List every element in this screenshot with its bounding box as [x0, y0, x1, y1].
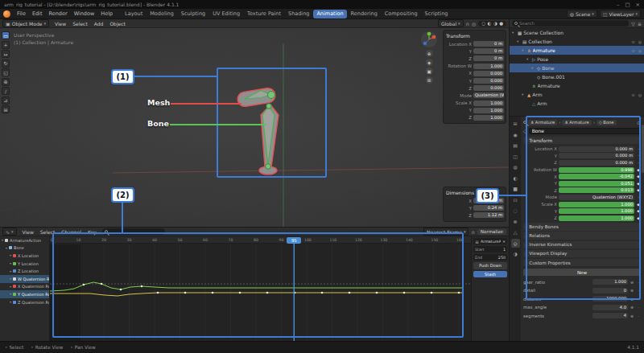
field-value[interactable]: 0.24 m	[473, 205, 504, 211]
tab-render[interactable]: ◉	[511, 130, 520, 139]
tab-object[interactable]: ■	[511, 184, 520, 193]
field-value[interactable]: 1.000	[473, 101, 504, 106]
eye-icon[interactable]: ⊙	[631, 92, 634, 97]
maximize-button[interactable]: □	[625, 2, 630, 8]
normalize-button[interactable]: Normalize	[477, 229, 506, 235]
viewport-menu-object[interactable]: Object	[106, 20, 129, 27]
outliner-row-armature[interactable]: ⋔Armature	[510, 81, 644, 90]
tab-modifiers[interactable]: ⊡	[511, 195, 520, 204]
field-value[interactable]: 1.000	[473, 115, 504, 121]
camera-visibility-icon[interactable]: ◎	[638, 92, 642, 97]
editor-type-selector[interactable]: ∿ ▾	[2, 228, 17, 236]
cursor-tool[interactable]: +	[2, 41, 10, 49]
view-layer-selector[interactable]: ◫ ViewLayer ▾	[600, 10, 641, 18]
channel-x-quaternion-rotation[interactable]: ▾X Quaternion Rotation	[0, 283, 49, 291]
move-tool[interactable]: ↔	[2, 50, 10, 58]
field-value[interactable]: 1.12 m	[473, 212, 504, 218]
push-down-button[interactable]: Push Down	[473, 262, 507, 269]
orientation-selector[interactable]: Global ▾	[438, 19, 464, 27]
solid-shading-icon[interactable]: ◐	[488, 21, 492, 26]
camera-view-icon[interactable]: ▣	[426, 68, 433, 75]
channel-y-location[interactable]: ▾Y Location	[0, 260, 49, 268]
transform-panel-title[interactable]: Transform	[446, 33, 504, 39]
frame-end-field[interactable]: End 250	[473, 254, 507, 261]
snap-magnet-icon[interactable]: ∩	[466, 21, 469, 27]
field-value[interactable]: 0.000	[473, 85, 504, 91]
zoom-icon[interactable]: ⊕	[426, 50, 433, 57]
channel-z-quaternion-rotation[interactable]: ▾Z Quaternion Rotation	[0, 298, 49, 306]
workspace-tab-compositing[interactable]: Compositing	[382, 10, 421, 18]
wireframe-shading-icon[interactable]: ○	[481, 21, 485, 26]
outliner-row-scene-collection[interactable]: ▾▦Scene Collection	[510, 28, 644, 37]
annotate-tool[interactable]: ∕	[2, 87, 10, 95]
field-value[interactable]: 1.000	[473, 108, 504, 113]
action-name-field[interactable]: ≡ ArmatureAction ×	[473, 238, 507, 244]
outliner-search[interactable]	[512, 20, 629, 27]
field-value[interactable]: 0 m	[473, 55, 504, 61]
close-button[interactable]: ×	[636, 2, 640, 8]
channel-w-quaternion-rotation[interactable]: ▾W Quaternion Rotation	[0, 275, 49, 283]
menu-help[interactable]: Help	[97, 10, 116, 18]
tab-view-layer[interactable]: ◫	[511, 152, 520, 161]
field-value[interactable]: 0 m	[473, 48, 504, 54]
workspace-tab-sculpting[interactable]: Sculpting	[178, 10, 208, 18]
tab-scene[interactable]: ◍	[511, 162, 520, 171]
eye-icon[interactable]: ⊙	[631, 39, 634, 44]
grid-icon[interactable]: ⊞	[426, 76, 433, 84]
tab-physics[interactable]: ◌	[511, 206, 520, 215]
tab-bone[interactable]: ◇	[511, 239, 520, 248]
menu-file[interactable]: File	[14, 10, 29, 18]
workspace-tab-modeling[interactable]: Modeling	[147, 10, 177, 18]
tab-output[interactable]: ▤	[511, 141, 520, 150]
viewport-menu-view[interactable]: View	[52, 20, 69, 27]
outliner-row-bone-001[interactable]: ◇Bone.001	[510, 72, 644, 81]
menu-edit[interactable]: Edit	[29, 10, 46, 18]
outliner-row-pose[interactable]: ▾▷Pose	[510, 55, 644, 64]
channel-armatureaction[interactable]: ▾ArmatureAction	[0, 236, 49, 244]
properties-scrollbar[interactable]	[642, 125, 644, 173]
mode-selector[interactable]: ▣ Object Mode ▾	[2, 19, 49, 27]
viewport-menu-add[interactable]: Add	[91, 20, 107, 27]
menu-render[interactable]: Render	[45, 10, 70, 18]
material-shading-icon[interactable]: ◑	[493, 21, 497, 26]
measure-tool[interactable]: ⊿	[2, 96, 10, 105]
select-box-tool[interactable]: ▭	[2, 31, 10, 39]
workspace-tab-texture-paint[interactable]: Texture Paint	[244, 10, 284, 18]
add-cube-tool[interactable]: ⊞	[2, 105, 10, 113]
close-icon[interactable]: ×	[502, 240, 506, 244]
viewport-menu-select[interactable]: Select	[69, 20, 91, 27]
snap-magnet-icon[interactable]: ∩	[471, 229, 474, 235]
field-value[interactable]: 0 m	[473, 41, 504, 47]
scene-selector[interactable]: ◍ Scene ▾	[567, 10, 597, 18]
channel-y-quaternion-rotation[interactable]: ▾Y Quaternion Rotation	[0, 290, 49, 298]
outliner-row-arm[interactable]: △Arm	[510, 99, 644, 108]
field-value[interactable]: 1.000	[473, 64, 504, 69]
field-value[interactable]: Quaternion (WXYZ)	[473, 92, 504, 98]
field-value[interactable]: 0.000	[473, 78, 504, 84]
rotate-tool[interactable]: ↻	[2, 60, 10, 68]
gear-icon[interactable]: ⊛	[630, 314, 634, 318]
move-view-icon[interactable]: ◈	[426, 59, 433, 66]
tab-object-data[interactable]: △	[511, 228, 520, 236]
custom-prop-value[interactable]: 4.0	[592, 305, 628, 310]
minimize-button[interactable]: –	[617, 2, 619, 8]
outliner-row-bone[interactable]: ▾◇Bone	[510, 64, 644, 72]
outliner-row-collection[interactable]: ▾▤Collection⊙◎	[510, 37, 644, 46]
scale-tool[interactable]: ◱	[2, 68, 10, 76]
animate-dot-icon[interactable]: ·	[636, 314, 641, 318]
outliner-options-icon[interactable]: ≡	[638, 21, 642, 27]
outliner-row-armature[interactable]: ▾⋔Armature⊙◎	[510, 46, 644, 55]
workspace-tab-shading[interactable]: Shading	[285, 10, 312, 18]
outliner-row-arm[interactable]: ▾▲Arm⊙◎	[510, 90, 644, 99]
tab-material[interactable]: ◑	[511, 249, 520, 258]
filter-icon[interactable]: ▽	[631, 21, 635, 27]
eye-icon[interactable]: ⊙	[631, 48, 634, 53]
tab-constraints[interactable]: ⊗	[511, 217, 520, 226]
field-value[interactable]: 0.000	[473, 71, 504, 76]
tab-tool[interactable]: ⊞	[511, 119, 520, 128]
transform-tool[interactable]: ⊕	[2, 78, 10, 86]
proportional-edit-icon[interactable]: ◎	[472, 21, 476, 27]
stash-button[interactable]: Stash	[473, 271, 507, 278]
blender-logo-icon[interactable]	[3, 10, 10, 18]
channel-bone[interactable]: ▾Bone	[0, 244, 49, 252]
